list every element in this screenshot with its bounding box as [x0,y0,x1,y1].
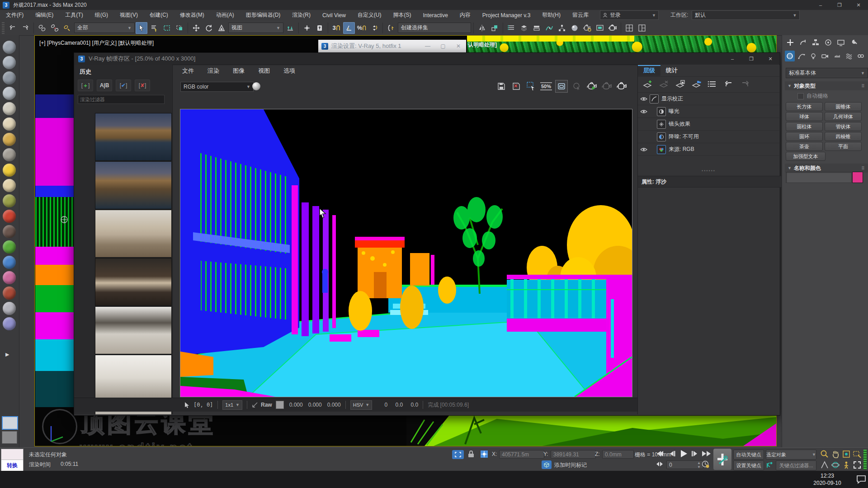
undo-icon[interactable] [7,22,19,34]
toolbar-drag-handle[interactable] [2,22,5,34]
z-coordinate-field[interactable]: 0.0mm [602,450,634,459]
named-selection-combo[interactable]: 创建选择集 [398,23,471,33]
window-crossing-icon[interactable] [174,22,185,34]
vfb-menu-render[interactable]: 渲染 [201,67,226,75]
menu-liuyunku[interactable]: 留云库 [566,10,594,20]
select-by-name-icon[interactable] [148,22,160,34]
field-of-view-icon[interactable] [820,460,829,469]
minimize-icon[interactable]: – [723,54,742,64]
create-lights-icon[interactable] [808,51,818,61]
render-region-icon[interactable] [601,80,613,92]
menu-animation[interactable]: 动画(A) [210,10,240,20]
history-thumbnail[interactable] [95,355,172,403]
mirror-icon[interactable] [476,22,488,34]
layer-list-icon[interactable] [706,79,719,90]
tool-icon[interactable] [3,179,16,192]
redo-icon[interactable] [19,22,31,34]
close-icon[interactable]: ✕ [849,0,868,10]
docked-tool-icon[interactable] [2,416,18,430]
button-cone[interactable]: 圆锥体 [825,102,862,111]
history-load-icon[interactable]: [✔] [116,80,131,91]
zoom-region-icon[interactable] [853,450,862,459]
history-thumbnail[interactable] [95,113,172,161]
rollout-object-type[interactable]: ▼对象类型⠿ [785,81,868,90]
channel-dropdown[interactable]: RGB color▼ [180,82,254,92]
set-keys-big-button[interactable] [713,449,731,470]
y-coordinate-field[interactable]: 389149.31 [551,450,596,459]
button-text-plus[interactable]: 加强型文本 [786,152,826,161]
tool-icon[interactable] [3,210,16,223]
menu-interactive[interactable]: Interactive [417,10,453,20]
play-icon[interactable] [679,449,688,458]
render-setup-icon[interactable] [581,22,593,34]
tool-icon[interactable] [3,56,16,69]
menu-modifiers[interactable]: 修改器(M) [174,10,210,20]
vfb-menu-options[interactable]: 选项 [277,67,302,75]
region-select-icon[interactable] [525,80,537,92]
rendered-frame-window-icon[interactable] [594,22,606,34]
rollout-name-color[interactable]: ▼名称和颜色⠿ [785,164,868,173]
tab-utilities-icon[interactable] [848,37,859,48]
minimize-icon[interactable]: — [420,40,435,52]
zoom-50-icon[interactable]: 50% [540,80,552,92]
schematic-view-icon[interactable] [556,22,568,34]
button-teapot[interactable]: 茶壶 [786,142,823,151]
render-settings-window[interactable]: 3 渲染设置: V-Ray 5, hotfix 1 — ▢ ✕ [318,40,466,52]
login-dropdown[interactable]: 登录▼ [600,10,659,20]
menu-views[interactable]: 视图(V) [114,10,144,20]
layer-row[interactable]: 显示校正 [638,93,779,105]
tool-icon[interactable] [3,41,16,54]
menu-civil-view[interactable]: Civil View [316,10,352,20]
viewport-layout-alt-icon[interactable] [636,22,648,34]
maximize-icon[interactable]: ▢ [435,40,451,52]
selection-filter-dropdown[interactable]: 全部▼ [74,23,135,33]
save-image-icon[interactable] [495,80,507,92]
tool-icon[interactable] [3,256,16,269]
button-pyramid[interactable]: 四棱锥 [825,132,862,141]
panel-splitter[interactable]: •••••• [638,156,779,173]
history-filter-input[interactable] [78,95,165,104]
menu-graph-editors[interactable]: 图形编辑器(D) [240,10,287,20]
key-filters-button[interactable]: 关键点过滤器... [776,460,816,470]
material-editor-icon[interactable] [569,22,580,34]
tab-layers[interactable]: 层级 [638,65,660,76]
set-key-button[interactable]: 设置关键点 [733,460,764,470]
percent-snap-icon[interactable]: % [356,22,368,34]
scale-icon[interactable] [216,22,227,34]
menu-group[interactable]: 组(G) [89,10,114,20]
history-thumbnail[interactable] [95,258,172,306]
load-layers-icon[interactable] [689,79,703,90]
layer-row[interactable]: 曝光 [638,105,779,118]
button-torus[interactable]: 圆环 [786,132,823,141]
create-helpers-icon[interactable] [832,51,842,61]
snap-toggle-3d-icon[interactable]: 3 [330,22,342,34]
menu-content[interactable]: 内容 [454,10,476,20]
walk-through-icon[interactable] [842,460,851,469]
close-icon[interactable]: ✕ [451,40,466,52]
pan-icon[interactable] [831,450,840,459]
render-icon[interactable] [616,80,627,92]
undo-icon[interactable] [722,79,736,90]
delete-layer-icon[interactable] [657,79,670,90]
auto-key-button[interactable]: 自动关键点 [733,450,764,460]
next-frame-icon[interactable] [691,450,699,457]
minimize-icon[interactable]: – [811,0,830,10]
history-remove-icon[interactable]: [✘] [135,80,150,91]
select-and-manipulate-icon[interactable] [314,22,326,34]
redo-icon[interactable] [738,79,752,90]
edit-named-selection-icon[interactable] [385,22,397,34]
create-spacewarps-icon[interactable] [844,51,854,61]
current-frame-field[interactable]: 0▲▼ [666,460,703,469]
tool-icon[interactable] [3,148,16,161]
zoom-icon[interactable] [820,450,829,459]
use-selection-center-icon[interactable] [301,22,313,34]
add-time-tag[interactable]: 添加时间标记 [554,461,587,469]
menu-tools[interactable]: 工具(T) [59,10,89,20]
tool-icon[interactable] [3,87,16,100]
docked-tool-alt-icon[interactable] [2,431,17,444]
keyable-icon[interactable] [766,461,774,469]
xyz-mode-icon[interactable] [480,450,488,458]
eye-icon[interactable] [640,96,647,102]
create-cameras-icon[interactable] [820,51,830,61]
follow-mouse-icon[interactable] [571,80,583,92]
